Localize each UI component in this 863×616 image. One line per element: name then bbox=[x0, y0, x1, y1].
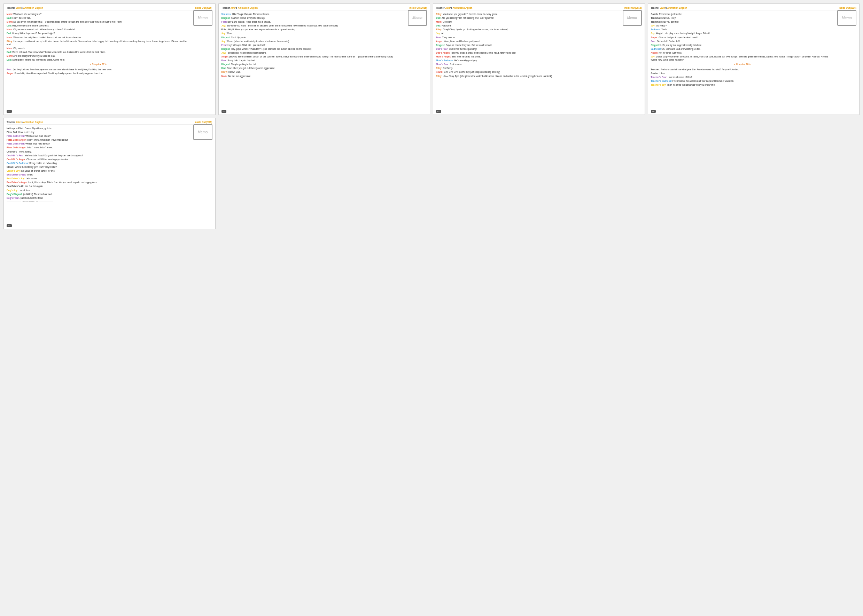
memo-label: Memo bbox=[627, 16, 637, 20]
header-subtitle: Inside Out(2015) bbox=[409, 6, 427, 9]
line-item: Disgust: Hey, guys, what's "PUBERTY". (s… bbox=[222, 47, 405, 50]
line-item: Riley: Okay! Okay! I gotta go. (looking … bbox=[436, 28, 619, 31]
chapter-marker: < Chapter 28 > bbox=[651, 63, 834, 66]
speaker-name: Mom: bbox=[6, 55, 13, 57]
line-item: Dog's Joy: I smell food. bbox=[6, 189, 190, 192]
line-item: Riley: You know, you guys don't have to … bbox=[436, 13, 619, 16]
page-number: 69 bbox=[6, 224, 12, 227]
speaker-name: Dad: bbox=[6, 51, 12, 53]
speaker-name: Joy: bbox=[436, 32, 441, 35]
line-item: Fear: (as they look out from headquarter… bbox=[6, 68, 190, 71]
line-item: Pizza Girl's Anger: I don't know. I don'… bbox=[6, 146, 190, 149]
line-item: Disgust: They're getting to the rink. bbox=[222, 63, 405, 66]
speaker-name: Anger: bbox=[436, 40, 444, 42]
line-item: Riley: I know you don't want me to, but … bbox=[6, 40, 190, 46]
speaker-name: Pizza Girl's Fear: bbox=[6, 135, 25, 137]
line-item: Dog's Fear: (subtitled) Get the food. bbox=[6, 196, 190, 200]
line-item: Teammate #1: Go, Riley! bbox=[651, 16, 834, 19]
speaker-name: Coach: bbox=[651, 13, 659, 15]
line-item: Helicopter Pilot: Come. Fly with me, got… bbox=[6, 127, 190, 130]
speaker-name: Dad: bbox=[6, 17, 12, 19]
speaker-name: Riley: bbox=[436, 75, 443, 77]
page-card-p66: Teacher Jake's Animation English Inside … bbox=[219, 3, 431, 115]
line-item: Teacher's Joy: Then it's off to the Baha… bbox=[651, 83, 834, 86]
speaker-name: Mom: bbox=[436, 20, 443, 23]
speaker-name: Anger: bbox=[651, 52, 659, 54]
speaker-name: Mom: bbox=[6, 13, 13, 15]
speaker-name: Bus Driver's Fear: bbox=[6, 173, 27, 176]
line-item: Cool Girl: I know, totally. bbox=[6, 150, 190, 153]
speaker-name: Joy: bbox=[222, 24, 227, 27]
speaker-name: Fear: bbox=[6, 68, 13, 71]
speaker-name: Fear: bbox=[222, 20, 228, 23]
line-item: Pizza Girl: Have a nice day. bbox=[6, 130, 190, 134]
line-item: Sadness: I like Tragic Vampire Romance I… bbox=[222, 13, 405, 16]
line-item: Cool Girl's Fear: We're a total fraud! D… bbox=[6, 154, 190, 157]
line-item: Anger: Friendship Island has expanded. G… bbox=[6, 72, 190, 75]
line-item: Mom: Do you even remember what— (just th… bbox=[6, 20, 190, 24]
line-item: Joy: Ah. bbox=[436, 32, 619, 35]
header-subtitle: Inside Out(2015) bbox=[195, 6, 212, 9]
line-item: Disgust: Let's just try not to get all s… bbox=[651, 44, 834, 47]
page-card-p67: Teacher Jake's Animation English Inside … bbox=[433, 3, 645, 115]
page-content: Coach: Remember, just hustle.Teammate #1… bbox=[651, 13, 834, 86]
speaker-name: Pizza Girl's Anger: bbox=[6, 146, 27, 149]
speaker-name: Anger: bbox=[6, 72, 15, 74]
line-item: Anger: Yeah, Mom and Dad are pretty cool… bbox=[436, 40, 619, 43]
line-item: Bus Driver's Anger: Look, this is okay. … bbox=[6, 181, 190, 184]
memo-box: Memo bbox=[408, 10, 427, 26]
speaker-name: Dad: bbox=[6, 24, 12, 27]
page-number: 67 bbox=[436, 110, 441, 113]
line-item: Joy: Whoa. (when he accidentally touches… bbox=[222, 40, 405, 43]
speaker-name: Bus Driver's Anger: bbox=[6, 181, 28, 184]
page-content: Helicopter Pilot: Come. Fly with me, got… bbox=[6, 127, 190, 203]
speaker-name: Joy: bbox=[651, 55, 656, 58]
speaker-name: Disgust: bbox=[222, 63, 231, 66]
speaker-name: Dog's Joy: bbox=[6, 189, 19, 192]
chapter-marker: < Chapter 27 > bbox=[6, 63, 190, 66]
line-item: Mom's Anger: Best idea he's had in a whi… bbox=[436, 55, 619, 58]
speaker-name: Fear: bbox=[222, 44, 228, 46]
line-item: Dad: Honey! What happened? Are you all r… bbox=[6, 32, 190, 35]
speaker-name: Teacher's Joy: bbox=[651, 83, 667, 86]
speaker-name: Fear: bbox=[222, 59, 228, 61]
speaker-name: Disgust: bbox=[651, 44, 661, 46]
line-item: Mom: Oh, we were worried sick. Where hav… bbox=[6, 28, 190, 31]
line-item: Dad: Hey, there you are! Thank goodness! bbox=[6, 24, 190, 27]
line-item: Sadness: Oh, Mom and Dad are watching us… bbox=[651, 47, 834, 50]
line-item: Coach: Remember, just hustle. bbox=[651, 13, 834, 16]
page-header: Teacher Jake's Animation English Inside … bbox=[436, 6, 642, 11]
memo-label: Memo bbox=[198, 130, 208, 134]
speaker-name: Joy: bbox=[222, 40, 227, 42]
line-item: ——————— End of Inside Out ——————— bbox=[6, 200, 190, 203]
line-item: Dad's Fear: She loved the face painting! bbox=[436, 47, 619, 50]
speaker-name: Anger: bbox=[222, 55, 230, 58]
line-item: Fear: They love us. bbox=[436, 36, 619, 39]
line-item: Anger: Give us that puck or you're dead … bbox=[651, 36, 834, 39]
line-item: Riley: I know, Dad. bbox=[222, 70, 405, 74]
speaker-name: Clown's Joy: bbox=[6, 170, 21, 172]
line-item: Cool Girl's Sadness: Being cool is so ex… bbox=[6, 162, 190, 165]
top-row: Teacher Jake's Animation English Inside … bbox=[3, 3, 860, 115]
line-item: Anger: Not for long! (just tries) bbox=[651, 51, 834, 54]
speaker-name: Disgust: bbox=[222, 17, 231, 19]
speaker-name: Pizza Girl's Fear: bbox=[6, 142, 25, 145]
speaker-name: Riley: bbox=[436, 13, 443, 15]
speaker-name: Disgust: bbox=[222, 36, 231, 39]
speaker-name: Dad: bbox=[436, 17, 442, 19]
speaker-name: Riley: bbox=[436, 28, 443, 31]
speaker-name: Dog's Disgust: bbox=[6, 193, 23, 195]
speaker-name: Fear: bbox=[436, 36, 442, 39]
line-item: Pizza Girl's Anger: I don't know. Whatev… bbox=[6, 138, 190, 141]
speaker-name: Sadness: bbox=[222, 13, 232, 15]
speaker-name: Cool Girl's Anger: bbox=[6, 158, 27, 160]
empty-column-0 bbox=[219, 118, 431, 229]
line-item: Bus Driver's Fear: What? bbox=[6, 173, 190, 176]
speaker-name: Mom's Fear: bbox=[436, 63, 450, 66]
line-item: Mom's Sadness: He's a really good guy. bbox=[436, 59, 619, 62]
page-number: 68 bbox=[651, 110, 656, 113]
speaker-name: Cool Girl's Fear: bbox=[6, 154, 25, 157]
line-item: Jordan: Uh— bbox=[651, 72, 834, 75]
speaker-name: Pizza Girl: bbox=[6, 131, 18, 134]
line-item: Riley: Uh— Okay. Bye. (she places the wa… bbox=[436, 74, 619, 78]
